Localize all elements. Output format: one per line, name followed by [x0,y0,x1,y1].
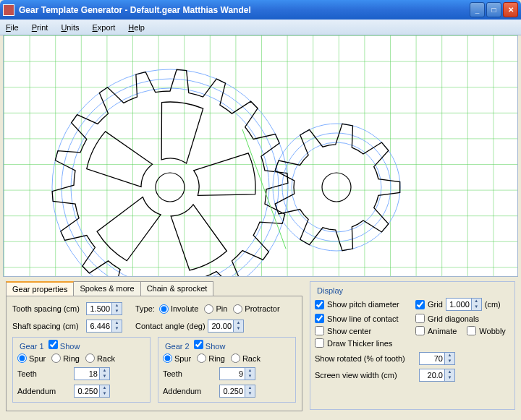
tab-gear-properties[interactable]: Gear properties [6,281,74,296]
screen-width-input[interactable]: ▲▼ [419,369,455,382]
animate-check[interactable] [415,326,425,335]
gear2-group: Gear 2 Show Spur Ring Rack Teeth▲▼ Adden… [158,337,296,403]
menu-units[interactable]: Units [61,23,79,32]
type-involute-radio[interactable] [159,304,169,314]
grid-size-input[interactable]: ▲▼ [446,298,482,311]
thicker-lines-check[interactable] [315,338,324,348]
gear1-ring-radio[interactable] [51,353,61,363]
display-group: Display Show pitch diameter Grid ▲▼ (cm)… [310,281,515,410]
menu-export[interactable]: Export [92,23,115,32]
gear-canvas[interactable] [3,35,518,277]
show-contact-check[interactable] [315,314,324,323]
gear1-teeth-input[interactable]: ▲▼ [74,367,110,380]
gear1-spur-radio[interactable] [17,353,27,363]
gear1-show-check[interactable] [48,340,58,349]
window-title: Gear Template Generator - Default.gear M… [19,5,470,15]
type-label: Type: [135,304,155,313]
grid-check[interactable] [415,300,425,309]
show-pitch-check[interactable] [315,300,324,309]
tooth-spacing-label: Tooth spacing (cm) [12,304,86,313]
menu-file[interactable]: File [6,23,19,32]
close-button[interactable]: ✕ [503,2,518,17]
tab-chain[interactable]: Chain & sprocket [140,281,214,296]
maximize-button[interactable]: □ [486,2,501,17]
shaft-spacing-input[interactable]: ▲▼ [86,320,122,333]
tooth-spacing-input[interactable]: ▲▼ [86,302,122,315]
gear1-group: Gear 1 Show Spur Ring Rack Teeth▲▼ Adden… [12,337,151,403]
contact-angle-input[interactable]: ▲▼ [208,320,244,333]
menu-help[interactable]: Help [128,23,145,32]
type-pin-radio[interactable] [204,304,213,314]
show-center-check[interactable] [315,326,324,335]
menu-print[interactable]: Print [32,23,48,32]
gear2-spur-radio[interactable] [163,353,172,363]
grid-diag-check[interactable] [415,314,425,323]
gear-rendering [4,35,518,277]
gear2-ring-radio[interactable] [197,353,206,363]
gear1-rack-radio[interactable] [85,353,95,363]
gear2-rack-radio[interactable] [231,353,240,363]
gear2-teeth-input[interactable]: ▲▼ [219,367,255,380]
shaft-spacing-label: Shaft spacing (cm) [12,322,86,330]
contact-angle-label: Contact angle (deg) [135,322,208,330]
gear2-addendum-input[interactable]: ▲▼ [219,385,255,398]
app-icon [3,4,14,16]
titlebar: Gear Template Generator - Default.gear M… [0,0,521,20]
menubar: File Print Units Export Help [0,20,521,35]
properties-panel: Gear properties Spokes & more Chain & sp… [6,281,302,410]
tab-spokes[interactable]: Spokes & more [73,281,140,296]
minimize-button[interactable]: _ [470,2,485,17]
wobbly-check[interactable] [467,326,476,335]
gear2-show-check[interactable] [194,340,203,349]
gear1-addendum-input[interactable]: ▲▼ [74,385,110,398]
type-protractor-radio[interactable] [233,304,242,314]
rotated-input[interactable]: ▲▼ [419,352,455,365]
